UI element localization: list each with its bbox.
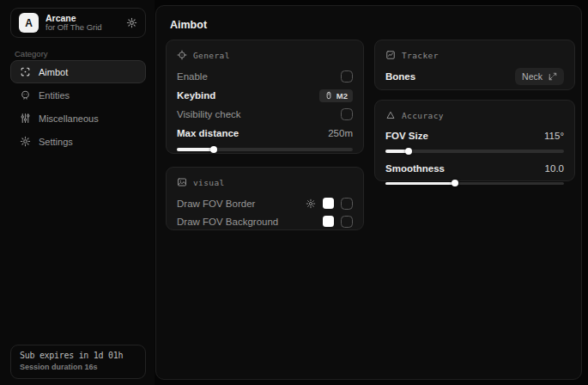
keybind-label: Keybind [177, 90, 215, 101]
crosshair-icon [20, 66, 31, 77]
gear-icon[interactable] [306, 199, 316, 209]
slider-fill [385, 150, 409, 153]
visual-card-header: visual [177, 176, 353, 188]
fov-size-slider[interactable] [385, 150, 564, 153]
crosshair-icon [177, 50, 187, 60]
card-title: General [193, 51, 230, 60]
sliders-icon [20, 113, 31, 124]
triangle-icon [385, 110, 396, 120]
sidebar-item-label: Aimbot [39, 67, 68, 77]
fov-border-label: Draw FOV Border [177, 199, 255, 209]
visibility-check-row: Visibility check [177, 105, 353, 124]
bones-label: Bones [385, 71, 415, 82]
settings-gear-icon [20, 136, 31, 147]
sidebar-item-settings[interactable]: Settings [10, 130, 146, 153]
general-card: General Enable Keybind M2 Visibility che… [166, 40, 364, 154]
slider-thumb[interactable] [210, 146, 217, 153]
sidebar: A Arcane for Off The Grid Category Aimbo… [0, 0, 155, 385]
expand-icon [549, 72, 557, 81]
fov-size-value: 115° [544, 131, 564, 141]
sidebar-item-label: Settings [39, 137, 73, 147]
card-title: Accuracy [402, 111, 444, 120]
page-title: Aimbot [170, 19, 207, 31]
category-label: Category [15, 49, 48, 58]
image-icon [177, 177, 187, 187]
visibility-check-label: Visibility check [177, 109, 241, 119]
max-distance-value: 250m [328, 128, 353, 138]
slider-thumb[interactable] [405, 148, 412, 155]
smoothness-value: 10.0 [545, 163, 564, 174]
keybind-row: Keybind M2 [177, 86, 353, 105]
card-title: visual [193, 178, 225, 187]
fov-background-label: Draw FOV Background [177, 217, 278, 227]
max-distance-slider[interactable] [177, 148, 353, 151]
fov-background-row: Draw FOV Background [177, 212, 353, 230]
sub-expiry-text: Sub expires in 1d 01h [20, 351, 136, 360]
smoothness-slider[interactable] [385, 182, 564, 186]
sidebar-item-label: Miscellaneous [39, 113, 99, 124]
main-panel: Aimbot General Enable Keybind M2 [155, 5, 582, 380]
fov-border-checkbox[interactable] [341, 198, 353, 210]
brand-logo: A [19, 13, 39, 33]
sidebar-item-label: Entities [39, 90, 70, 101]
fov-background-color-swatch[interactable] [323, 216, 334, 227]
max-distance-label: Max distance [177, 128, 239, 138]
fov-size-row: FOV Size 115° [385, 127, 564, 144]
entities-icon [20, 89, 31, 101]
slider-fill [177, 148, 214, 151]
mouse-icon [324, 91, 333, 100]
smoothness-label: Smoothness [385, 163, 445, 174]
keybind-value: M2 [336, 91, 348, 101]
fov-border-controls [306, 198, 353, 210]
bones-select-button[interactable]: Neck [515, 68, 564, 85]
accuracy-card-header: Accuracy [385, 109, 564, 121]
slider-thumb[interactable] [452, 180, 458, 186]
enable-checkbox[interactable] [341, 70, 353, 82]
brand-text: Arcane for Off The Grid [45, 13, 119, 33]
bones-value: Neck [522, 71, 543, 82]
slider-fill [385, 182, 455, 186]
bones-row: Bones Neck [385, 67, 564, 86]
max-distance-row: Max distance 250m [177, 124, 353, 143]
session-duration-text: Session duration 16s [20, 363, 136, 371]
smoothness-row: Smoothness 10.0 [385, 160, 564, 177]
enable-label: Enable [177, 71, 208, 82]
fov-border-row: Draw FOV Border [177, 194, 353, 212]
fov-size-label: FOV Size [385, 131, 428, 141]
sidebar-item-miscellaneous[interactable]: Miscellaneous [10, 107, 146, 130]
brand-card: A Arcane for Off The Grid [10, 8, 146, 38]
tracker-card-header: Tracker [385, 49, 564, 61]
general-card-header: General [177, 49, 353, 61]
enable-row: Enable [177, 67, 353, 86]
visibility-check-checkbox[interactable] [341, 108, 353, 120]
accuracy-card: Accuracy FOV Size 115° Smoothness 10.0 [374, 100, 575, 181]
activity-icon [385, 50, 396, 60]
gear-icon[interactable] [126, 17, 137, 28]
fov-background-controls [323, 216, 353, 228]
keybind-button[interactable]: M2 [319, 89, 353, 102]
fov-background-checkbox[interactable] [341, 216, 353, 228]
visual-card: visual Draw FOV Border Draw FOV Backgrou… [166, 167, 364, 230]
sidebar-item-aimbot[interactable]: Aimbot [10, 60, 146, 83]
brand-subtitle: for Off The Grid [45, 23, 119, 33]
sidebar-nav: Aimbot Entities [10, 60, 146, 153]
card-title: Tracker [402, 51, 439, 60]
subscription-info: Sub expires in 1d 01h Session duration 1… [10, 345, 146, 379]
fov-border-color-swatch[interactable] [323, 198, 334, 209]
sidebar-item-entities[interactable]: Entities [10, 83, 146, 107]
tracker-card: Tracker Bones Neck [374, 40, 575, 90]
